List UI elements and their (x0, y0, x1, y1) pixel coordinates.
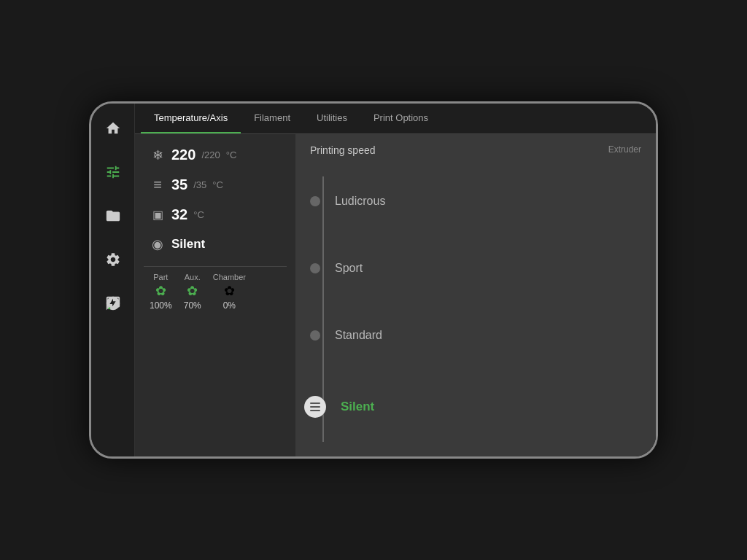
fan-section: Part ✿ 100% Aux. ✿ 70% Chamber ✿ 0% (144, 266, 287, 316)
main-content: Temperature/Axis Filament Utilities Prin… (135, 104, 656, 456)
tab-bar: Temperature/Axis Filament Utilities Prin… (135, 104, 656, 134)
sidebar-item-tune[interactable] (100, 159, 126, 185)
speed-option-ludicrous[interactable]: Ludicrous (310, 192, 641, 211)
bed-unit: °C (212, 179, 223, 190)
fan-part-percent: 100% (150, 300, 172, 311)
speed-option-standard[interactable]: Standard (310, 326, 641, 345)
sidebar-item-files[interactable] (100, 203, 126, 229)
speed-header: Printing speed Extruder (295, 134, 656, 162)
speed-dot-ludicrous (310, 196, 320, 206)
hamburger-icon (310, 402, 320, 411)
bed-temp-row[interactable]: ≡ 35 /35 °C (144, 171, 287, 198)
speed-dot-sport (310, 263, 320, 273)
fan-part-label: Part (153, 273, 168, 281)
fan-mode-label: Silent (171, 237, 205, 252)
chamber-temp-row[interactable]: ▣ 32 °C (144, 201, 287, 228)
hotend-value: 220 (171, 147, 196, 163)
tab-utilities[interactable]: Utilities (303, 104, 360, 133)
fan-chamber-percent: 0% (223, 300, 236, 311)
sidebar-item-message[interactable] (100, 290, 126, 316)
fan-mode-icon: ◉ (150, 236, 166, 252)
sidebar-item-home[interactable] (100, 115, 126, 141)
fan-chamber-label: Chamber (213, 273, 246, 281)
chamber-unit: °C (193, 209, 204, 220)
hotend-unit: °C (226, 149, 237, 160)
speed-label-standard: Standard (335, 329, 382, 342)
printer-screen: Temperature/Axis Filament Utilities Prin… (89, 101, 658, 459)
sidebar (91, 104, 135, 456)
fan-chamber[interactable]: Chamber ✿ 0% (213, 273, 246, 311)
tab-print-options[interactable]: Print Options (360, 104, 441, 133)
hotend-icon: ❄ (150, 147, 166, 163)
speed-panel: Printing speed Extruder Ludicrous Sport (295, 134, 656, 456)
chamber-value: 32 (171, 206, 187, 223)
speed-option-silent[interactable]: Silent (310, 393, 641, 421)
speed-list: Ludicrous Sport Standard (295, 162, 656, 456)
chamber-icon: ▣ (150, 208, 166, 222)
speed-dot-standard (310, 330, 320, 341)
fan-chamber-icon: ✿ (224, 283, 235, 299)
fan-part-icon: ✿ (155, 283, 166, 299)
speed-option-sport[interactable]: Sport (310, 259, 641, 278)
fan-part[interactable]: Part ✿ 100% (150, 273, 172, 311)
speed-label-sport: Sport (335, 262, 363, 275)
fan-row: Part ✿ 100% Aux. ✿ 70% Chamber ✿ 0% (150, 273, 281, 311)
fan-aux-label: Aux. (185, 273, 201, 281)
fan-mode-row[interactable]: ◉ Silent (144, 231, 287, 257)
content-area: ❄ 220 /220 °C ≡ 35 /35 °C ▣ 32 °C (135, 134, 656, 456)
hotend-temp-row[interactable]: ❄ 220 /220 °C (144, 141, 287, 168)
sidebar-item-settings[interactable] (100, 246, 126, 273)
extruder-label: Extruder (608, 144, 641, 156)
tab-filament[interactable]: Filament (241, 104, 303, 133)
bed-icon: ≡ (150, 176, 166, 193)
bed-value: 35 (171, 176, 187, 193)
bed-target: /35 (193, 179, 206, 190)
fan-aux-icon: ✿ (187, 283, 198, 299)
speed-label-ludicrous: Ludicrous (335, 195, 385, 208)
fan-aux[interactable]: Aux. ✿ 70% (184, 273, 201, 311)
speed-dot-silent (304, 396, 326, 418)
hotend-target: /220 (201, 149, 220, 160)
left-panel: ❄ 220 /220 °C ≡ 35 /35 °C ▣ 32 °C (135, 134, 295, 456)
tab-temperature-axis[interactable]: Temperature/Axis (141, 104, 241, 133)
fan-aux-percent: 70% (184, 300, 201, 311)
speed-title: Printing speed (310, 144, 376, 156)
speed-label-silent: Silent (341, 400, 374, 414)
